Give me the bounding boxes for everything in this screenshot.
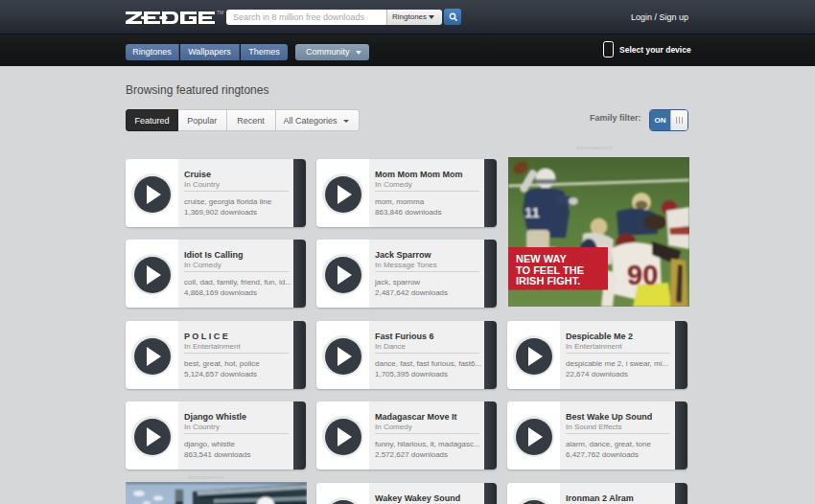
svg-text:NEW WAY: NEW WAY xyxy=(516,253,567,264)
svg-text:90: 90 xyxy=(627,260,658,290)
svg-text:TO FEEL THE: TO FEEL THE xyxy=(516,264,584,276)
svg-text:11: 11 xyxy=(524,204,540,220)
svg-text:IRISH FIGHT.: IRISH FIGHT. xyxy=(516,275,580,286)
